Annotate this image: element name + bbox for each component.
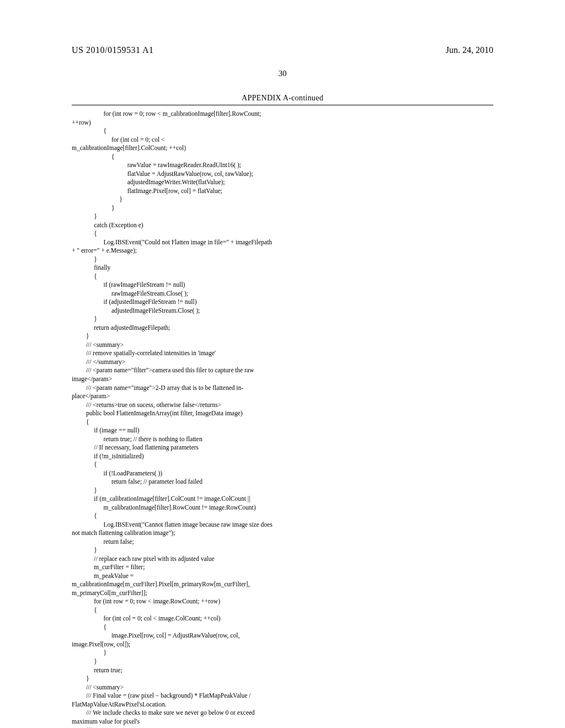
- publication-number: US 2010/0159531 A1: [72, 45, 154, 55]
- page-number: 30: [279, 69, 287, 78]
- appendix-title: APPENDIX A-continued: [72, 94, 493, 103]
- publication-date: Jun. 24, 2010: [446, 45, 493, 55]
- page-header: US 2010/0159531 A1 Jun. 24, 2010: [0, 45, 565, 55]
- appendix-section: APPENDIX A-continued for (int row = 0; r…: [72, 94, 493, 728]
- top-divider: [72, 105, 493, 105]
- code-listing: for (int row = 0; row < m_calibrationIma…: [72, 110, 493, 728]
